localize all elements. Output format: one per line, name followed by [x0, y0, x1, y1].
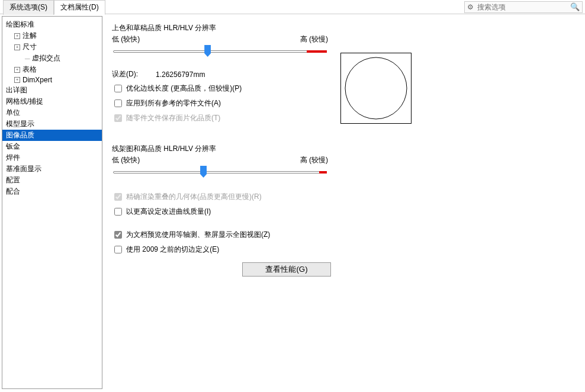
shaded-quality-slider[interactable]	[112, 47, 328, 56]
tab-document-properties[interactable]: 文档属性(D)	[54, 0, 105, 15]
tree-sheet-metal[interactable]: 钣金	[2, 141, 102, 152]
save-tessellation-checkbox	[114, 114, 122, 122]
wireframe-high-label: 高 (较慢)	[300, 155, 328, 165]
tree-tables[interactable]: 表格	[2, 64, 102, 75]
tree-units[interactable]: 单位	[2, 107, 102, 118]
wireframe-low-label: 低 (较快)	[112, 155, 140, 165]
shaded-quality-title: 上色和草稿品质 HLR/HLV 分辨率	[112, 23, 576, 33]
tree-weldments[interactable]: 焊件	[2, 152, 102, 163]
svg-point-0	[345, 57, 407, 119]
tree-grid-snap[interactable]: 网格线/捕捉	[2, 96, 102, 107]
isometric-preview-checkbox[interactable]	[114, 231, 122, 239]
tree-annotations[interactable]: 注解	[2, 30, 102, 41]
tree-plane-display[interactable]: 基准面显示	[2, 163, 102, 175]
precise-render-checkbox	[114, 193, 122, 201]
tree-detailing[interactable]: 出详图	[2, 85, 102, 96]
view-performance-button[interactable]: 查看性能(G)	[242, 262, 331, 277]
gear-icon: ⚙	[467, 3, 474, 11]
pre2009-tangent-checkbox[interactable]	[114, 246, 122, 253]
search-icon[interactable]: 🔍	[570, 2, 580, 11]
deviation-value: 1.26256797mm	[156, 70, 205, 79]
quality-preview	[340, 53, 412, 124]
tree-model-display[interactable]: 模型显示	[2, 118, 102, 130]
improve-curves-checkbox[interactable]	[114, 208, 122, 216]
wireframe-slider-thumb[interactable]	[200, 166, 207, 178]
tree-configurations[interactable]: 配置	[2, 175, 102, 186]
tree-dimxpert[interactable]: DimXpert	[2, 75, 102, 85]
tree-mates[interactable]: 配合	[2, 186, 102, 197]
shaded-high-label: 高 (较慢)	[300, 34, 328, 44]
shaded-low-label: 低 (较快)	[112, 34, 140, 44]
settings-panel: 上色和草稿品质 HLR/HLV 分辨率 低 (较快) 高 (较慢) 误差(D):…	[104, 15, 584, 390]
improve-curves-label: 以更高设定改进曲线质量(I)	[126, 207, 211, 217]
search-input[interactable]	[476, 2, 568, 12]
preview-circle-icon	[343, 56, 409, 121]
tree-dimensions[interactable]: 尺寸	[2, 41, 102, 53]
isometric-preview-label: 为文档预览使用等轴测、整屏显示全图视图(Z)	[126, 230, 270, 240]
optimize-edge-checkbox[interactable]	[114, 85, 122, 92]
save-tessellation-label: 随零件文件保存面片化品质(T)	[126, 113, 220, 123]
tree-virtual-sharps[interactable]: 虚拟交点	[2, 53, 102, 64]
category-tree: 绘图标准 注解 尺寸 虚拟交点 表格 DimXpert 出详图 网格线/捕捉 单…	[2, 16, 102, 389]
search-options-box: ⚙ 🔍	[464, 1, 583, 13]
apply-all-parts-checkbox[interactable]	[114, 99, 122, 107]
tab-system-options[interactable]: 系统选项(S)	[3, 0, 54, 15]
wireframe-quality-title: 线架图和高品质 HLR/HLV 分辨率	[112, 144, 576, 154]
precise-render-label: 精确渲染重叠的几何体(品质更高但更慢)(R)	[126, 192, 262, 202]
wireframe-quality-slider[interactable]	[112, 168, 328, 177]
pre2009-tangent-label: 使用 2009 之前的切边定义(E)	[126, 245, 219, 255]
deviation-label: 误差(D):	[112, 69, 138, 79]
apply-all-parts-label: 应用到所有参考的零件文件(A)	[126, 98, 221, 108]
optimize-edge-label: 优化边线长度 (更高品质，但较慢)(P)	[126, 83, 242, 94]
tree-image-quality[interactable]: 图像品质	[2, 130, 102, 141]
tree-drafting-standard[interactable]: 绘图标准	[2, 19, 102, 30]
shaded-slider-thumb[interactable]	[204, 45, 211, 57]
